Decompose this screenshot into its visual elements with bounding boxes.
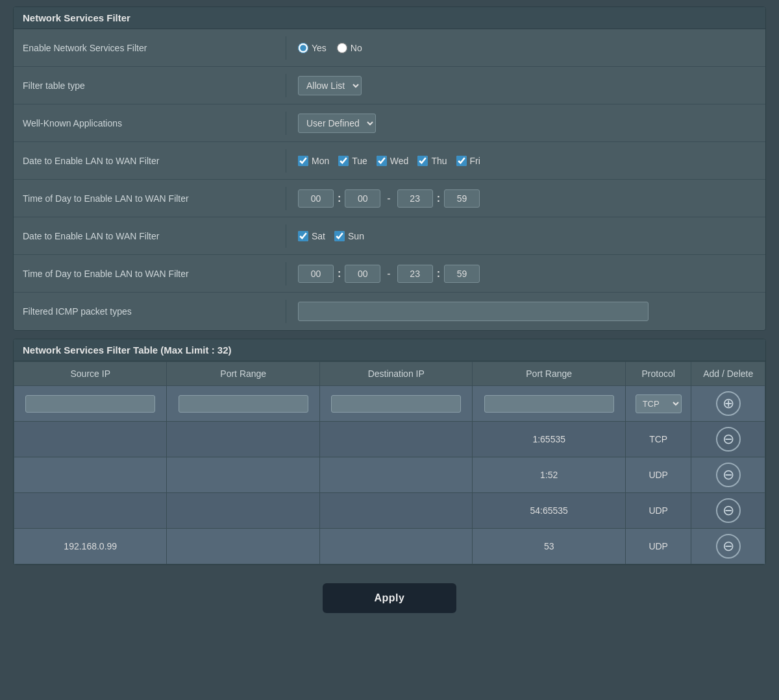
date-filter-weekend-value: Sat Sun — [286, 224, 765, 248]
input-port-range2-cell — [473, 386, 625, 422]
table-row: 54:65535 UDP ⊖ — [14, 493, 765, 529]
radio-yes-label[interactable]: Yes — [298, 43, 327, 53]
sat-label[interactable]: Sat — [298, 231, 325, 241]
input-dest-ip[interactable] — [331, 395, 461, 413]
date-filter-weekday-label: Date to Enable LAN to WAN Filter — [14, 149, 286, 173]
thu-label[interactable]: Thu — [417, 156, 447, 166]
radio-no[interactable] — [337, 43, 347, 53]
sun-checkbox[interactable] — [334, 231, 345, 241]
filter-table-type-select[interactable]: Allow List Block List — [298, 76, 362, 95]
row3-delete-cell: ⊖ — [691, 493, 765, 529]
row2-dest-ip — [319, 457, 472, 493]
weekend-time-colon1: : — [338, 268, 341, 280]
radio-no-label[interactable]: No — [337, 43, 362, 53]
weekend-end-min[interactable] — [444, 265, 480, 283]
enable-filter-value: Yes No — [286, 36, 765, 60]
weekday-start-hour[interactable] — [298, 189, 334, 208]
input-port-range1-cell — [167, 386, 319, 422]
table-row: 1:65535 TCP ⊖ — [14, 422, 765, 457]
mon-checkbox[interactable] — [298, 156, 308, 166]
well-known-apps-select[interactable]: User Defined HTTP FTP DNS — [298, 114, 376, 133]
radio-no-text: No — [351, 43, 362, 53]
icmp-label: Filtered ICMP packet types — [14, 300, 286, 323]
weekend-end-hour[interactable] — [397, 265, 433, 283]
radio-yes-text: Yes — [312, 43, 327, 53]
row4-port-range1 — [167, 529, 319, 564]
input-protocol-select[interactable]: TCP UDP BOTH — [636, 394, 682, 413]
wed-label[interactable]: Wed — [377, 156, 409, 166]
row1-delete-cell: ⊖ — [691, 422, 765, 457]
tue-text: Tue — [352, 156, 367, 166]
filter-table-type-label: Filter table type — [14, 74, 286, 97]
table-row: 192.168.0.99 53 UDP ⊖ — [14, 529, 765, 564]
time-filter-weekday-row: Time of Day to Enable LAN to WAN Filter … — [14, 180, 765, 217]
thu-checkbox[interactable] — [417, 156, 428, 166]
delete-row1-button[interactable]: ⊖ — [716, 427, 741, 452]
filter-table-type-row: Filter table type Allow List Block List — [14, 67, 765, 104]
time-filter-weekend-row: Time of Day to Enable LAN to WAN Filter … — [14, 255, 765, 293]
sat-text: Sat — [312, 231, 325, 241]
mon-label[interactable]: Mon — [298, 156, 329, 166]
weekday-start-min[interactable] — [345, 189, 380, 208]
weekend-start-hour[interactable] — [298, 265, 334, 283]
weekend-time-dash: - — [387, 268, 390, 280]
row2-protocol: UDP — [625, 457, 691, 493]
row1-port-range2: 1:65535 — [473, 422, 625, 457]
row2-delete-cell: ⊖ — [691, 457, 765, 493]
row4-source-ip: 192.168.0.99 — [14, 529, 167, 564]
date-filter-weekday-value: Mon Tue Wed Thu — [286, 149, 765, 173]
row3-dest-ip — [319, 493, 472, 529]
fri-text: Fri — [470, 156, 480, 166]
time-weekday-group: : - : — [298, 189, 480, 208]
apply-button[interactable]: Apply — [323, 583, 457, 613]
radio-yes[interactable] — [298, 43, 308, 53]
col-port-range-2: Port Range — [473, 362, 625, 386]
wed-text: Wed — [390, 156, 409, 166]
time-weekend-group: : - : — [298, 265, 480, 283]
well-known-apps-value: User Defined HTTP FTP DNS — [286, 107, 765, 139]
weekday-time-colon2: : — [437, 193, 440, 204]
panel2-title: Network Services Filter Table (Max Limit… — [14, 339, 765, 361]
row1-protocol: TCP — [625, 422, 691, 457]
row2-source-ip — [14, 457, 167, 493]
filter-table: Source IP Port Range Destination IP Port… — [14, 361, 765, 564]
delete-row3-button[interactable]: ⊖ — [716, 498, 741, 523]
fri-label[interactable]: Fri — [456, 156, 480, 166]
enable-filter-radio-group: Yes No — [298, 43, 362, 53]
enable-filter-row: Enable Network Services Filter Yes No — [14, 29, 765, 67]
date-filter-weekend-label: Date to Enable LAN to WAN Filter — [14, 224, 286, 248]
sun-label[interactable]: Sun — [334, 231, 364, 241]
col-port-range-1: Port Range — [167, 362, 319, 386]
weekday-end-hour[interactable] — [397, 189, 433, 208]
row3-source-ip — [14, 493, 167, 529]
weekend-start-min[interactable] — [345, 265, 380, 283]
fri-checkbox[interactable] — [456, 156, 467, 166]
weekend-time-colon2: : — [437, 268, 440, 280]
row2-port-range2: 1:52 — [473, 457, 625, 493]
delete-row2-button[interactable]: ⊖ — [716, 463, 741, 487]
icmp-input[interactable] — [298, 302, 649, 321]
input-protocol-cell: TCP UDP BOTH — [625, 386, 691, 422]
time-filter-weekend-value: : - : — [286, 258, 765, 289]
weekday-end-min[interactable] — [444, 189, 480, 208]
row4-dest-ip — [319, 529, 472, 564]
delete-row4-button[interactable]: ⊖ — [716, 534, 741, 559]
wed-checkbox[interactable] — [377, 156, 387, 166]
time-filter-weekday-label: Time of Day to Enable LAN to WAN Filter — [14, 187, 286, 210]
weekday-time-colon1: : — [338, 193, 341, 204]
row4-protocol: UDP — [625, 529, 691, 564]
col-dest-ip: Destination IP — [319, 362, 472, 386]
col-protocol: Protocol — [625, 362, 691, 386]
tue-label[interactable]: Tue — [338, 156, 367, 166]
row4-delete-cell: ⊖ — [691, 529, 765, 564]
input-source-ip[interactable] — [25, 395, 155, 413]
panel1-title: Network Services Filter — [14, 7, 765, 29]
add-row-button[interactable]: ⊕ — [716, 391, 741, 416]
sat-checkbox[interactable] — [298, 231, 308, 241]
input-dest-ip-cell — [319, 386, 472, 422]
input-port-range1[interactable] — [179, 395, 308, 413]
tue-checkbox[interactable] — [338, 156, 349, 166]
input-port-range2[interactable] — [484, 395, 614, 413]
table-header-row: Source IP Port Range Destination IP Port… — [14, 362, 765, 386]
row1-dest-ip — [319, 422, 472, 457]
